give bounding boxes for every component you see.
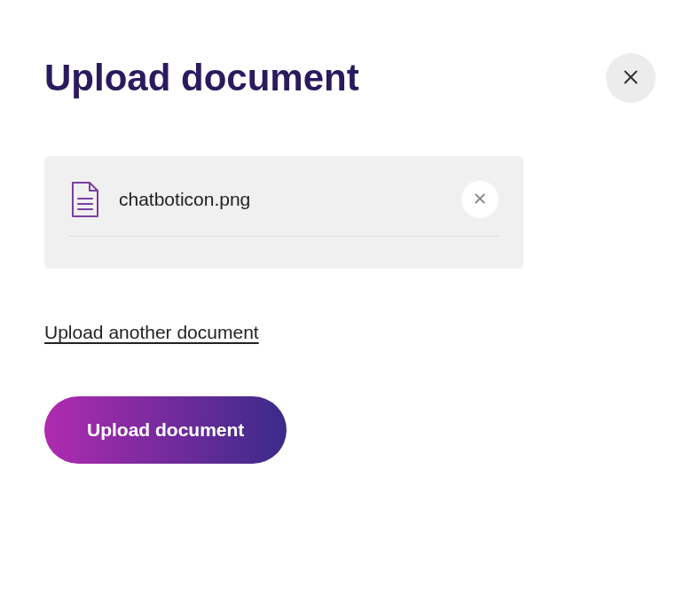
remove-file-button[interactable]	[461, 181, 499, 218]
document-icon	[69, 181, 99, 218]
file-name: chatboticon.png	[119, 189, 442, 210]
close-icon	[621, 67, 641, 90]
dialog-header: Upload document	[44, 53, 656, 103]
remove-icon	[473, 192, 487, 208]
upload-another-link[interactable]: Upload another document	[44, 322, 259, 343]
page-title: Upload document	[44, 57, 359, 99]
file-row: chatboticon.png	[69, 181, 499, 237]
upload-document-button[interactable]: Upload document	[44, 396, 287, 464]
close-button[interactable]	[606, 53, 656, 103]
file-card: chatboticon.png	[44, 156, 523, 269]
